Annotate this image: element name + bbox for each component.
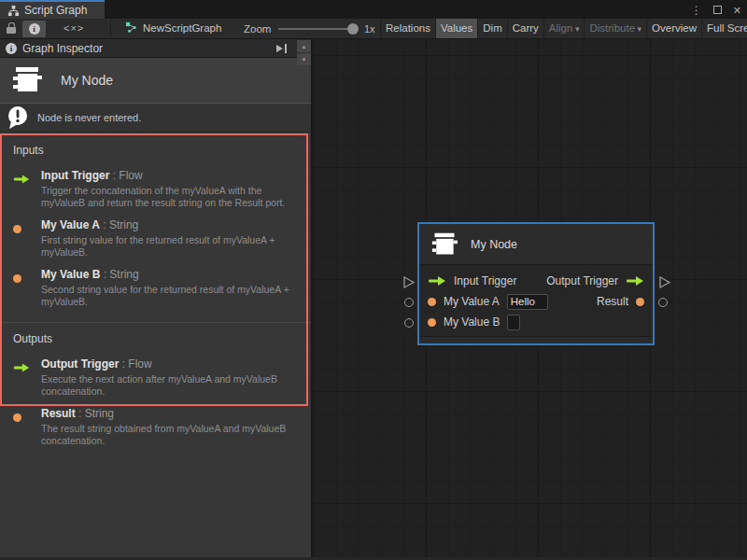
inspected-node-title: My Node [61,73,113,88]
my-value-b-label: My Value B [444,315,500,329]
script-graph-icon [125,21,137,34]
zoom-value: 1x [364,23,375,35]
flow-port-icon [13,171,30,188]
external-flow-port-right[interactable] [657,275,671,289]
external-flow-port-left[interactable] [402,275,416,289]
node-body: Input Trigger Output Trigger My Value A … [419,265,653,332]
port-type: : String [100,218,138,231]
graph-inspector-header: Graph Inspector [0,39,311,58]
my-value-b-port-icon[interactable] [428,318,436,327]
values-button[interactable]: Values [435,19,477,38]
unity-visual-scripting-window: { "window": { "tab_title": "Script Graph… [0,0,747,560]
value-port-icon [13,225,21,233]
my-node[interactable]: My Node Input Trigger Output Trigger [417,222,655,345]
distribute-dropdown[interactable]: Distribute [584,19,646,38]
port-description: Second string value for the returned res… [41,284,298,307]
result-label: Result [597,295,628,308]
port-name: Output Trigger [41,357,119,371]
dim-button[interactable]: Dim [477,19,506,38]
port-name: Result [41,407,76,420]
lock-icon[interactable] [7,27,16,34]
section-divider [0,322,311,323]
port-name: Input Trigger [41,169,109,182]
graph-name: NewScriptGraph [143,22,221,34]
graph-canvas[interactable]: My Node Input Trigger Output Trigger [313,39,747,557]
output-trigger-label: Output Trigger [546,274,618,287]
toolbar-buttons: Relations Values Dim Carry Align Distrib… [380,19,747,38]
port-description: Trigger the concatenation of the myValue… [41,185,298,208]
warning-text: Node is never entered. [37,112,141,123]
window-controls [691,0,741,19]
my-value-a-label: My Value A [444,295,500,308]
port-documentation: Inputs Input Trigger : Flow Trigger the … [0,133,311,446]
outputs-section-title: Outputs [13,332,298,345]
input-trigger-label: Input Trigger [454,274,516,287]
port-name: My Value B [41,268,100,281]
graph-breadcrumb[interactable]: NewScriptGraph [125,21,221,34]
value-port-icon [13,413,21,422]
flow-port-icon [13,359,30,376]
port-entry-output-trigger: Output Trigger : Flow Execute the next a… [13,358,298,397]
node-footer [419,336,653,343]
zoom-slider-knob[interactable] [347,23,359,35]
tab-bar: Script Graph [0,0,747,19]
my-value-b-input[interactable] [507,315,520,330]
output-trigger-port-icon[interactable] [626,273,644,289]
port-entry-result: Result : String The result string obtain… [13,408,298,446]
graph-hierarchy-icon [7,5,20,17]
external-value-port-right[interactable] [658,298,668,307]
port-description: The result string obtained from myValueA… [41,423,298,446]
dock-right-icon[interactable] [275,43,289,54]
node-header[interactable]: My Node [419,224,653,265]
carry-button[interactable]: Carry [507,19,543,38]
warning-box: Node is never entered. [0,103,311,133]
external-value-port-left-b[interactable] [404,318,414,328]
result-port-icon[interactable] [636,298,644,306]
graph-inspector-panel: Graph Inspector My Node Node is never en… [0,39,312,557]
more-options-icon[interactable] [691,1,702,18]
port-entry-my-value-a: My Value A : String First string value f… [13,219,298,258]
overview-button[interactable]: Overview [646,19,701,38]
port-type: : String [76,407,114,420]
scroll-up-icon[interactable] [297,40,311,52]
node-icon [9,65,45,95]
my-value-a-port-icon[interactable] [428,298,436,306]
maximize-icon[interactable] [713,6,722,14]
align-dropdown[interactable]: Align [543,19,585,38]
code-view-icon[interactable] [63,22,84,34]
port-type: : Flow [109,169,142,182]
value-port-icon [13,274,21,283]
inspected-node-header: My Node [0,58,311,103]
relations-button[interactable]: Relations [380,19,435,38]
port-type: : Flow [119,357,151,371]
port-type: : String [100,268,138,281]
inspector-toggle-button[interactable] [22,21,46,37]
port-entry-input-trigger: Input Trigger : Flow Trigger the concate… [13,170,298,208]
toolbar-separator [110,19,111,38]
tab-script-graph[interactable]: Script Graph [0,0,105,19]
inspector-scroll-spinner [297,40,311,65]
align-label: Align [549,22,580,34]
port-name: My Value A [41,218,100,231]
distribute-label: Distribute [589,22,641,34]
port-description: First string value for the returned resu… [41,234,298,258]
info-icon [29,23,40,35]
close-icon[interactable] [733,1,741,18]
my-value-a-input[interactable] [507,294,548,310]
node-icon [430,231,459,258]
external-value-port-left-a[interactable] [404,298,414,307]
zoom-slider-track[interactable] [278,28,353,30]
zoom-label: Zoom [244,23,271,35]
warning-bubble-icon [7,105,29,130]
inputs-section-title: Inputs [13,144,298,157]
input-trigger-port-icon[interactable] [428,273,446,289]
full-screen-button[interactable]: Full Screen [701,19,747,38]
graph-inspector-title: Graph Inspector [22,42,103,55]
graph-toolbar: NewScriptGraph Zoom 1x Relations Values … [0,19,747,39]
node-title: My Node [471,238,517,251]
scroll-down-icon[interactable] [297,53,311,65]
port-description: Execute the next action after myValueA a… [41,373,298,397]
tab-title: Script Graph [24,4,87,17]
info-icon [6,43,17,54]
port-entry-my-value-b: My Value B : String Second string value … [13,269,298,307]
